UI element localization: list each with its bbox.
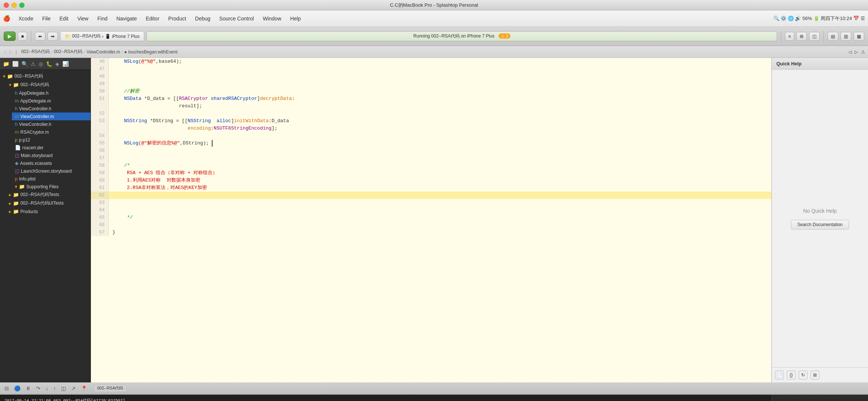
sidebar-icon-test[interactable]: ◎ [39, 61, 43, 67]
stop-button[interactable]: ■ [18, 32, 27, 41]
code-line-59: 59 RSA + AES 组合（非对称 + 对称组合） [91, 169, 771, 177]
breakpoint-scope-btn[interactable]: ◫ [60, 385, 68, 392]
tree-row-appdelegate-m[interactable]: m AppDelegate.m [12, 97, 91, 105]
search-documentation-button[interactable]: Search Documentation [791, 220, 849, 229]
qh-braces-icon[interactable]: {} [787, 371, 796, 379]
tree-row-assets[interactable]: ◈ Assets.xcassets [12, 159, 91, 167]
tree-row-infoplist[interactable]: p Info.plist [12, 175, 91, 183]
sidebar-icon-search[interactable]: 🔍 [22, 61, 28, 67]
menu-find[interactable]: Find [93, 14, 111, 23]
window-title: C.C的MacBook Pro - Splashtop Personal [390, 2, 478, 9]
tree-row-p12[interactable]: p p.p12 [12, 136, 91, 144]
assistant-editor-btn[interactable]: ⊞ [796, 32, 807, 41]
run-button[interactable]: ▶ [4, 32, 16, 41]
folder-chevron-uitests: ▸ [9, 200, 11, 206]
target-label: 002--RSA代码 [94, 384, 126, 392]
step-into-btn[interactable]: ↓ [44, 385, 50, 392]
tree-children-root: ▾ 📁 002--RSA代码 h AppDelegate.h m AppDele… [0, 81, 91, 215]
debug-toggle[interactable]: ▥ [841, 32, 851, 41]
toolbar: ▶ ■ ⬅ ➡ 📁 002--RSA代码 › 📱 iPhone 7 Plus R… [0, 27, 868, 46]
step-over-btn[interactable]: ↷ [34, 385, 42, 392]
menu-navigate[interactable]: Navigate [113, 14, 141, 23]
sidebar-icon-report[interactable]: 📊 [62, 61, 69, 67]
menu-product[interactable]: Product [165, 14, 190, 23]
tree-label-appdelegate-h: AppDelegate.h [19, 91, 48, 96]
menu-help[interactable]: Help [286, 14, 305, 23]
toolbar-btn-1[interactable]: ⬅ [35, 32, 45, 41]
console-toggle[interactable]: ⊟ [3, 385, 10, 392]
tree-row-tests[interactable]: ▸ 📁 002--RSA代码Tests [6, 190, 91, 199]
menu-file[interactable]: File [39, 14, 55, 23]
code-line-50: 50 //解密 [91, 88, 771, 95]
tree-label-appdelegate-m: AppDelegate.m [20, 98, 51, 104]
menu-source[interactable]: Source Control [216, 14, 257, 23]
nav-left-icon[interactable]: ◁ [3, 49, 6, 55]
tree-row-viewcontroller-m[interactable]: m ViewController.m [12, 113, 91, 120]
nav-right-icon[interactable]: ▷ [9, 49, 13, 55]
tree-label-products: Products [20, 209, 38, 214]
tree-row-viewcontroller-h[interactable]: h ViewController.h [12, 105, 91, 113]
breadcrumb-part3[interactable]: ViewController.m [86, 49, 120, 55]
nav-icon-doc[interactable]: ◁ [848, 49, 852, 55]
code-line-49: 49 [91, 80, 771, 88]
breadcrumb-part2[interactable]: 002--RSA代码 [54, 49, 82, 55]
menu-debug[interactable]: Debug [191, 14, 214, 23]
tree-row-rsacryptor-m[interactable]: m RSACryptor.m [12, 128, 91, 136]
breadcrumb-part4[interactable]: ● touchesBegan:withEvent: [124, 49, 178, 55]
pause-btn[interactable]: ⏸ [24, 385, 32, 392]
menu-edit[interactable]: Edit [56, 14, 72, 23]
file-icon-h2: h [15, 106, 17, 111]
code-line-53b: encoding:NSUTF8StringEncoding]; [91, 125, 771, 132]
tree-row-viewcontroller-h2[interactable]: h ViewController.h [12, 120, 91, 128]
window-controls[interactable] [4, 3, 24, 8]
close-button[interactable] [4, 3, 9, 8]
location-btn[interactable]: 📍 [79, 385, 89, 392]
debug-active-btn[interactable]: 🔵 [13, 385, 22, 392]
qh-layout-icon[interactable]: ⊞ [811, 371, 819, 379]
nav-icon-info[interactable]: ⚠ [861, 49, 865, 55]
apple-menu[interactable]: 🍎 [3, 15, 10, 22]
toolbar-btn-2[interactable]: ➡ [47, 32, 58, 41]
menu-xcode[interactable]: Xcode [15, 14, 37, 23]
qh-refresh-icon[interactable]: ↻ [799, 371, 808, 379]
nav-icon-warn[interactable]: ▷ [855, 49, 858, 55]
code-line-57: 57 [91, 154, 771, 162]
qh-doc-icon[interactable]: 📄 [775, 371, 784, 379]
debug-output[interactable]: 2017-09-14 22:21:08.663 002--RSA代码[42720… [0, 395, 772, 401]
tree-row-uitests[interactable]: ▸ 📁 002--RSA代码UITests [6, 199, 91, 208]
sidebar-icon-symbol[interactable]: ⬜ [12, 61, 19, 67]
tree-row-root[interactable]: ▾ 📁 002--RSA代码 [0, 72, 91, 81]
minimize-button[interactable] [11, 3, 17, 8]
sidebar-icon-folder[interactable]: 📁 [3, 61, 9, 67]
tree-row-appdelegate-h[interactable]: h AppDelegate.h [12, 89, 91, 97]
sidebar-icon-warning[interactable]: ⚠ [31, 61, 36, 67]
version-editor-btn[interactable]: ◫ [809, 32, 820, 41]
maximize-button[interactable] [19, 3, 24, 8]
menu-editor[interactable]: Editor [142, 14, 163, 23]
sidebar-icon-debug[interactable]: 🐛 [46, 61, 52, 67]
navigator-toggle[interactable]: ▤ [828, 32, 838, 41]
tree-row-subgroup[interactable]: ▾ 📁 002--RSA代码 [6, 81, 91, 89]
step-out-btn[interactable]: ↑ [52, 385, 57, 392]
code-line-58: 58 /* [91, 162, 771, 169]
tree-row-rsacert[interactable]: 📄 rsacert.der [12, 144, 91, 151]
warning-badge: ⚠ 3 [499, 33, 510, 39]
menu-view[interactable]: View [73, 14, 92, 23]
breadcrumb-part1[interactable]: 002--RSA代码 [21, 49, 50, 55]
tree-row-products[interactable]: ▸ 📁 Products [6, 208, 91, 215]
nav-separator: | [16, 49, 17, 55]
device-name: iPhone 7 Plus [112, 34, 139, 39]
share-btn[interactable]: ↗ [70, 385, 77, 392]
editor-mode-btn[interactable]: ≡ [785, 32, 794, 41]
tree-label-root: 002--RSA代码 [14, 73, 43, 79]
utilities-toggle[interactable]: ▦ [854, 32, 864, 41]
scheme-selector[interactable]: 📁 002--RSA代码 › 📱 iPhone 7 Plus [60, 31, 144, 41]
tree-row-main-storyboard[interactable]: ◫ Main.storyboard [12, 151, 91, 159]
folder-chevron-tests: ▸ [9, 192, 11, 198]
menu-window[interactable]: Window [259, 14, 285, 23]
sidebar-icon-breakpoint[interactable]: ◈ [55, 61, 59, 67]
tree-row-launch-storyboard[interactable]: ◫ LaunchScreen.storyboard [12, 167, 91, 175]
code-line-54: 54 [91, 132, 771, 140]
tree-row-supporting[interactable]: ▾ 📁 Supporting Files [12, 183, 91, 190]
code-scroll[interactable]: 46 NSLog(@"%@",base64); 47 48 49 50 //解密 [91, 58, 771, 382]
